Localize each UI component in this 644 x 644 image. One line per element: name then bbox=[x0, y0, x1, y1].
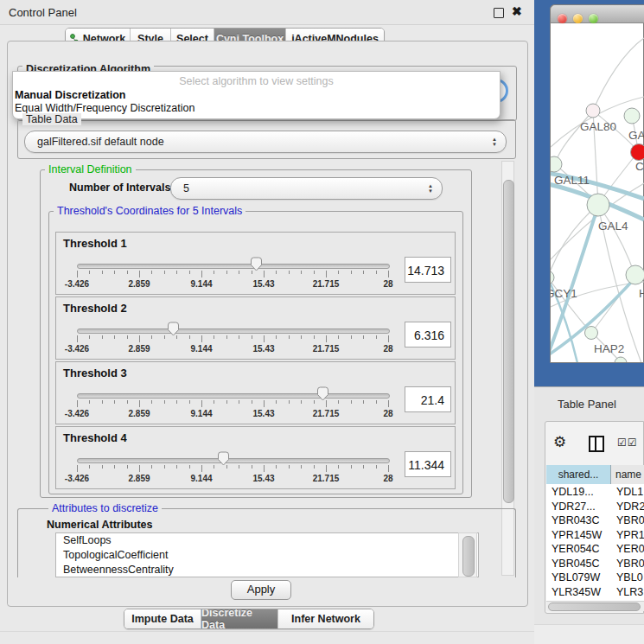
minimize-traffic-light-icon[interactable] bbox=[573, 14, 583, 23]
node-label: GAL4 bbox=[598, 220, 628, 233]
minor-tick bbox=[363, 400, 364, 404]
float-window-icon[interactable] bbox=[494, 8, 504, 18]
table-data-combobox[interactable]: galFiltered.sif default node ▲▼ bbox=[24, 131, 507, 153]
column-header-shared-name[interactable]: shared... bbox=[546, 465, 611, 484]
minor-tick bbox=[102, 335, 103, 339]
table-row[interactable]: YDR27...YDR2 bbox=[546, 501, 644, 515]
network-node[interactable] bbox=[586, 104, 600, 118]
column-layout-icon[interactable] bbox=[589, 436, 604, 452]
minor-tick bbox=[363, 465, 364, 469]
major-tick bbox=[326, 400, 327, 407]
combobox-arrows-icon: ▲▼ bbox=[492, 137, 497, 147]
minor-tick bbox=[114, 335, 115, 339]
threshold-panel-2: Threshold 2-3.4262.8599.14415.4321.71528… bbox=[55, 296, 456, 360]
network-node[interactable] bbox=[551, 271, 554, 284]
zoom-traffic-light-icon[interactable] bbox=[589, 14, 598, 23]
minor-tick bbox=[214, 271, 214, 274]
slider-track[interactable] bbox=[77, 264, 390, 269]
table-row[interactable]: YPR145WYPR1 bbox=[546, 529, 644, 544]
major-tick bbox=[264, 271, 265, 277]
threshold-value-field[interactable]: 11.344 bbox=[405, 451, 451, 477]
network-edge[interactable] bbox=[551, 205, 598, 277]
minor-tick bbox=[127, 465, 128, 469]
cell-name: YER0 bbox=[616, 543, 644, 555]
network-edge[interactable] bbox=[555, 111, 593, 163]
minor-tick bbox=[351, 465, 352, 469]
slider-thumb[interactable] bbox=[217, 451, 230, 466]
network-node[interactable] bbox=[624, 108, 640, 124]
interval-definition-group-title: Interval Definition bbox=[45, 163, 136, 175]
major-tick bbox=[388, 335, 389, 342]
column-header-name[interactable]: name bbox=[615, 465, 644, 484]
network-edge[interactable] bbox=[598, 205, 634, 274]
minor-tick bbox=[289, 465, 290, 469]
tick-label: 28 bbox=[367, 409, 410, 418]
major-tick bbox=[139, 335, 140, 342]
network-node[interactable] bbox=[626, 265, 644, 284]
attribute-list-item[interactable]: SelfLoops bbox=[56, 533, 478, 548]
slider-thumb[interactable] bbox=[316, 386, 329, 401]
table-row[interactable]: YBL079WYBL0 bbox=[546, 571, 644, 586]
attribute-list-item[interactable]: BetweennessCentrality bbox=[56, 563, 478, 577]
gear-icon[interactable]: ⚙ bbox=[553, 433, 566, 451]
close-traffic-light-icon[interactable] bbox=[558, 14, 567, 23]
slider-thumb[interactable] bbox=[250, 257, 263, 271]
minor-tick bbox=[114, 465, 115, 469]
slider-track[interactable] bbox=[77, 458, 390, 463]
threshold-value-field[interactable]: 6.316 bbox=[405, 322, 451, 348]
major-tick bbox=[264, 335, 265, 342]
table-row[interactable]: YBR043CYBR0 bbox=[546, 514, 644, 529]
minor-tick bbox=[226, 400, 227, 404]
numerical-attributes-list[interactable]: SelfLoopsTopologicalCoefficientBetweenne… bbox=[55, 532, 479, 577]
network-node[interactable] bbox=[585, 327, 598, 340]
major-tick bbox=[388, 465, 389, 472]
network-node[interactable] bbox=[631, 144, 644, 161]
major-tick bbox=[326, 271, 327, 277]
tab-impute-data[interactable]: Impute Data bbox=[124, 609, 201, 628]
tick-label: 21.715 bbox=[304, 344, 348, 354]
minor-tick bbox=[289, 335, 290, 339]
minor-tick bbox=[338, 335, 339, 339]
algorithm-dropdown-popup: Select algorithm to view settings Manual… bbox=[12, 71, 501, 119]
major-tick bbox=[77, 465, 78, 472]
threshold-value-field[interactable]: 21.4 bbox=[405, 386, 451, 412]
major-tick bbox=[326, 335, 327, 342]
table-hscrollbar-track[interactable] bbox=[546, 601, 644, 611]
table-row[interactable]: YDL19...YDL1 bbox=[546, 486, 644, 501]
threshold-value-field[interactable]: 14.713 bbox=[405, 257, 451, 283]
select-columns-icon[interactable]: ☑☑ bbox=[617, 437, 638, 449]
network-canvas[interactable]: GAL80GACGAL11GAL4GCY1HHAP2 bbox=[551, 23, 644, 362]
slider-thumb[interactable] bbox=[167, 322, 180, 336]
tick-label: -3.426 bbox=[55, 279, 99, 289]
network-node[interactable] bbox=[551, 156, 562, 172]
network-edge[interactable] bbox=[593, 38, 644, 111]
algorithm-option-equal-width[interactable]: Equal Width/Frequency Discretization bbox=[15, 102, 194, 114]
number-of-intervals-combobox[interactable]: 5 ▲▼ bbox=[170, 177, 443, 200]
minor-tick bbox=[363, 271, 364, 274]
node-label: H bbox=[639, 287, 644, 300]
slider-track[interactable] bbox=[77, 393, 390, 399]
cyni-bottom-tabs: Impute DataDiscretize DataInfer Network bbox=[124, 609, 374, 629]
number-of-intervals-value: 5 bbox=[183, 182, 189, 194]
threshold-panel-1: Threshold 1-3.4262.8599.14415.4321.71528… bbox=[55, 232, 456, 295]
attributes-scrollbar-thumb[interactable] bbox=[462, 536, 475, 577]
major-tick bbox=[264, 465, 265, 472]
algorithm-option-manual[interactable]: Manual Discretization bbox=[15, 89, 126, 101]
tick-label: 21.715 bbox=[304, 279, 348, 289]
table-hscrollbar-thumb[interactable] bbox=[548, 603, 641, 611]
network-window-titlebar[interactable] bbox=[550, 4, 644, 23]
table-row[interactable]: YBR045CYBR0 bbox=[546, 558, 644, 572]
table-row[interactable]: YER054CYER0 bbox=[546, 543, 644, 558]
table-row[interactable]: YLR345WYLR3 bbox=[546, 586, 644, 601]
attribute-list-item[interactable]: TopologicalCoefficient bbox=[56, 548, 478, 563]
close-icon[interactable]: ✖ bbox=[512, 4, 522, 18]
main-scrollbar-thumb[interactable] bbox=[503, 180, 514, 503]
tab-infer-network[interactable]: Infer Network bbox=[278, 609, 373, 628]
network-node[interactable] bbox=[587, 194, 609, 216]
apply-button[interactable]: Apply bbox=[231, 580, 291, 600]
minor-tick bbox=[151, 400, 152, 404]
tick-label: -3.426 bbox=[55, 344, 99, 354]
slider-track[interactable] bbox=[77, 328, 390, 334]
tab-discretize-data[interactable]: Discretize Data bbox=[201, 609, 278, 628]
tick-label: -3.426 bbox=[55, 474, 99, 483]
